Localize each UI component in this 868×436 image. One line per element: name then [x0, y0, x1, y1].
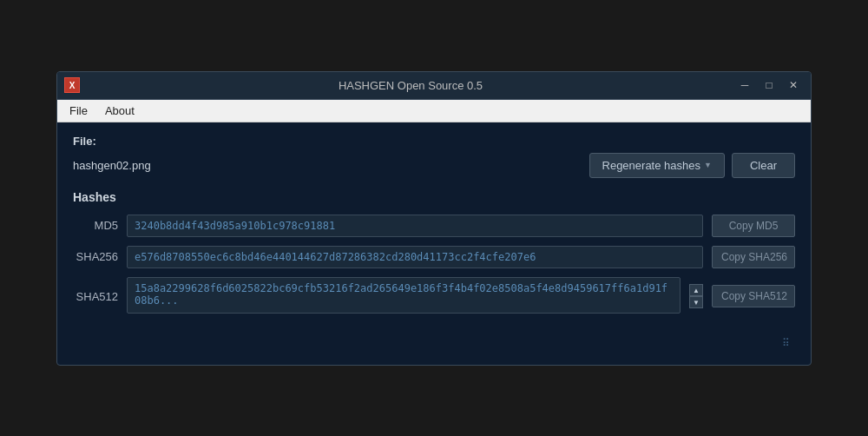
md5-input-wrapper	[127, 215, 703, 237]
sha256-input-wrapper	[127, 246, 703, 268]
file-name: hashgen02.png	[73, 159, 151, 172]
md5-row: MD5 Copy MD5	[73, 215, 795, 237]
sha512-input[interactable]	[127, 277, 681, 314]
sha512-input-wrapper	[127, 277, 681, 316]
main-window: X HASHGEN Open Source 0.5 ─ □ ✕ File Abo…	[56, 71, 812, 366]
sha512-label: SHA512	[73, 290, 118, 303]
file-buttons: Regenerate hashes ▼ Clear	[589, 153, 795, 178]
scroll-up-button[interactable]: ▲	[689, 284, 703, 296]
copy-sha512-button[interactable]: Copy SHA512	[712, 285, 795, 307]
file-section: File: hashgen02.png Regenerate hashes ▼ …	[73, 135, 795, 178]
resize-handle-area: ⠿	[73, 334, 795, 353]
menu-item-file[interactable]: File	[62, 102, 95, 119]
window-controls: ─ □ ✕	[734, 76, 804, 94]
file-row: hashgen02.png Regenerate hashes ▼ Clear	[73, 153, 795, 178]
resize-icon[interactable]: ⠿	[782, 337, 790, 349]
regenerate-button[interactable]: Regenerate hashes ▼	[589, 153, 725, 178]
close-button[interactable]: ✕	[783, 76, 804, 94]
copy-md5-button[interactable]: Copy MD5	[712, 215, 795, 237]
sha256-input[interactable]	[127, 246, 703, 268]
file-label: File:	[73, 135, 795, 148]
sha256-label: SHA256	[73, 250, 118, 263]
sha512-row: SHA512 ▲ ▼ Copy SHA512	[73, 277, 795, 316]
sha512-scroll-controls: ▲ ▼	[689, 284, 703, 308]
md5-input[interactable]	[127, 215, 703, 237]
minimize-button[interactable]: ─	[734, 76, 755, 94]
hashes-section: Hashes MD5 Copy MD5 SHA256 Copy SHA256 S…	[73, 190, 795, 316]
title-bar: X HASHGEN Open Source 0.5 ─ □ ✕	[57, 72, 811, 100]
menu-bar: File About	[57, 100, 811, 122]
window-title: HASHGEN Open Source 0.5	[87, 79, 734, 92]
menu-item-about[interactable]: About	[98, 102, 141, 119]
content-area: File: hashgen02.png Regenerate hashes ▼ …	[57, 122, 811, 365]
copy-sha256-button[interactable]: Copy SHA256	[712, 246, 795, 268]
dropdown-arrow-icon: ▼	[704, 161, 712, 169]
md5-label: MD5	[73, 219, 118, 232]
maximize-button[interactable]: □	[759, 76, 779, 94]
app-icon: X	[64, 77, 80, 93]
hashes-title: Hashes	[73, 190, 795, 204]
clear-button[interactable]: Clear	[732, 153, 795, 178]
scroll-down-button[interactable]: ▼	[689, 296, 703, 308]
sha256-row: SHA256 Copy SHA256	[73, 246, 795, 268]
